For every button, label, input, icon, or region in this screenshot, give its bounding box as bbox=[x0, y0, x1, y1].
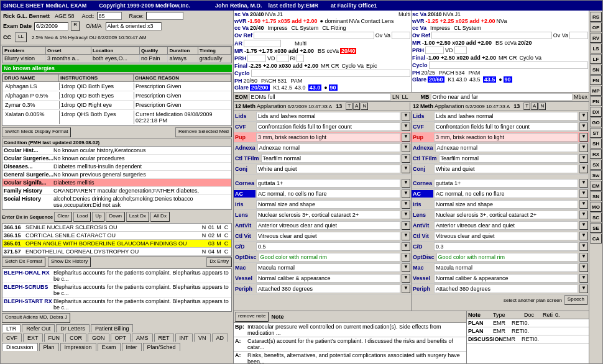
tab-dr-letters[interactable]: Dr Letters bbox=[56, 324, 90, 332]
remove-note-btn[interactable]: remove note bbox=[235, 312, 269, 322]
finding-lens-val-l[interactable]: Nuclear sclerosis 3+, cortical cataract … bbox=[434, 211, 578, 219]
finding-iris-val-l[interactable]: Normal size and shape bbox=[434, 200, 578, 209]
finding-tfilm-btn-r[interactable]: ▼ bbox=[402, 154, 410, 163]
eom-field[interactable]: EOMs full bbox=[249, 93, 391, 101]
tab-refer-out[interactable]: Refer Out bbox=[22, 324, 55, 332]
tab-inter[interactable]: Inter bbox=[122, 343, 142, 351]
finding-mac-val-r[interactable]: Macula normal bbox=[256, 263, 400, 272]
ov-ref-field-r[interactable] bbox=[254, 32, 374, 39]
side-btn-mp[interactable]: MP bbox=[590, 86, 602, 96]
finding-mac-val-l[interactable]: Macula normal bbox=[434, 263, 578, 272]
cyclo-field-l[interactable] bbox=[429, 61, 588, 69]
finding-vessel-btn-l[interactable]: ▼ bbox=[579, 274, 588, 283]
finding-lens-btn-l[interactable]: ▼ bbox=[579, 211, 588, 219]
finding-adnexa-val-l[interactable]: Adnexae normal bbox=[435, 143, 578, 152]
finding-cornea-val-l[interactable]: guttata 1+ bbox=[434, 179, 578, 188]
exam-date-field[interactable]: 6/2/2009 bbox=[34, 22, 68, 30]
tab-plan[interactable]: Plan bbox=[39, 343, 59, 351]
finding-cd-val-l[interactable]: 0.3 bbox=[434, 242, 578, 251]
finding-lids-btn-r[interactable]: ▼ bbox=[402, 112, 410, 121]
side-btn-sx[interactable]: SX bbox=[590, 160, 602, 170]
finding-tfilm-btn-l[interactable]: ▼ bbox=[579, 154, 588, 163]
finding-vessel-btn-r[interactable]: ▼ bbox=[402, 274, 410, 283]
cyclo-field-r[interactable] bbox=[251, 70, 410, 77]
oma-field[interactable]: Alert & oriented x3 bbox=[106, 22, 162, 30]
finding-lids-btn-l[interactable]: ▼ bbox=[579, 112, 588, 121]
side-btn-rs[interactable]: RS bbox=[590, 12, 602, 22]
side-btn-fn[interactable]: FN bbox=[590, 75, 602, 85]
side-btn-dx[interactable]: DX bbox=[590, 107, 602, 117]
tab-cor[interactable]: COR bbox=[65, 334, 86, 342]
finding-conj-btn-l[interactable]: ▼ bbox=[579, 165, 588, 173]
finding-cd-btn-r[interactable]: ▼ bbox=[402, 242, 410, 251]
finding-lids-val-r[interactable]: Lids and lashes normal bbox=[256, 112, 400, 121]
ov-va-field-l[interactable] bbox=[569, 32, 588, 39]
side-btn-sn2[interactable]: SN bbox=[590, 191, 602, 201]
iop-a-btn-r[interactable]: A bbox=[353, 102, 360, 110]
tab-int[interactable]: INT bbox=[175, 334, 193, 342]
finding-cornea-btn-r[interactable]: ▼ bbox=[402, 179, 410, 188]
finding-conj-btn-r[interactable]: ▼ bbox=[402, 165, 410, 173]
side-btn-se[interactable]: SE bbox=[590, 223, 602, 233]
iop-t-btn-r[interactable]: T bbox=[346, 102, 352, 110]
tab-plan-sched[interactable]: Plan/Sched bbox=[143, 343, 180, 351]
finding-vit-btn-r[interactable]: ▼ bbox=[402, 232, 410, 240]
finding-vit-val-l[interactable]: Vitreous clear and quiet bbox=[434, 232, 578, 240]
side-btn-rx[interactable]: RX bbox=[590, 149, 602, 159]
clear-btn[interactable]: Clear bbox=[54, 212, 72, 222]
ar-field-r[interactable] bbox=[244, 40, 281, 47]
side-btn-st[interactable]: ST bbox=[590, 128, 602, 138]
side-btn-sh[interactable]: SH bbox=[590, 139, 602, 148]
cc-ll-btn[interactable]: LL bbox=[15, 32, 27, 42]
finding-antvit-btn-l[interactable]: ▼ bbox=[579, 221, 588, 230]
consult-btn[interactable]: Consult Adkins MD, Debra J bbox=[2, 313, 70, 323]
finding-vit-val-r[interactable]: Vitreous clear and quiet bbox=[256, 232, 400, 240]
sketch-dx-btn[interactable]: Setch Dx Format bbox=[2, 257, 45, 267]
load-btn[interactable]: Load bbox=[73, 212, 91, 222]
remove-med-btn[interactable]: Remove Selected Med bbox=[175, 127, 232, 137]
prh-field-l[interactable] bbox=[425, 47, 444, 54]
finding-pup-val-r[interactable]: 3 mm, brisk reaction to light bbox=[256, 133, 400, 142]
finding-cd-btn-l[interactable]: ▼ bbox=[579, 242, 588, 251]
finding-iris-btn-l[interactable]: ▼ bbox=[579, 200, 588, 209]
finding-adnexa-val-r[interactable]: Adnexae normal bbox=[257, 143, 400, 152]
finding-vessel-val-l[interactable]: Normal caliber & appearance bbox=[434, 274, 578, 283]
tab-discussion[interactable]: Discussion bbox=[2, 343, 38, 351]
finding-lids-val-l[interactable]: Lids and lashes normal bbox=[434, 112, 578, 121]
finding-periph-btn-r[interactable]: ▼ bbox=[402, 284, 410, 293]
side-btn-em[interactable]: EM bbox=[590, 181, 602, 191]
finding-conj-val-r[interactable]: White and quiet bbox=[256, 165, 400, 173]
finding-periph-val-l[interactable]: Attached 360 degrees bbox=[434, 284, 578, 293]
side-btn-ls[interactable]: LS bbox=[590, 43, 602, 53]
iop-n-btn-r[interactable]: N bbox=[361, 102, 368, 110]
side-btn-lf[interactable]: LF bbox=[590, 54, 602, 64]
finding-mac-btn-r[interactable]: ▼ bbox=[402, 263, 410, 272]
switch-meds-btn[interactable]: Switch Meds Display Format bbox=[2, 127, 71, 137]
tab-gon[interactable]: GON bbox=[88, 334, 109, 342]
finding-iris-btn-r[interactable]: ▼ bbox=[402, 200, 410, 209]
tab-vn[interactable]: VN bbox=[194, 334, 211, 342]
finding-cvf-btn-r[interactable]: ▼ bbox=[402, 122, 410, 131]
side-btn-op[interactable]: OP bbox=[590, 22, 602, 32]
finding-cvf-val-l[interactable]: Confrontation fields full to finger coun… bbox=[434, 122, 578, 131]
finding-cornea-btn-l[interactable]: ▼ bbox=[579, 179, 588, 188]
side-btn-pn[interactable]: PN bbox=[590, 96, 602, 106]
vd-field-l[interactable] bbox=[454, 47, 467, 54]
down-btn[interactable]: Down bbox=[106, 212, 124, 222]
finding-cvf-val-r[interactable]: Confrontation fields full to finger coun… bbox=[256, 122, 400, 131]
acct-field[interactable]: 85 bbox=[97, 12, 122, 20]
tab-opt[interactable]: OPT bbox=[111, 334, 131, 342]
finding-optdisc-val-l[interactable]: Good color with normal rim bbox=[436, 253, 578, 262]
show-dx-history-btn[interactable]: Show Dx History bbox=[48, 257, 91, 267]
tab-impression[interactable]: Impression bbox=[60, 343, 96, 351]
finding-conj-val-l[interactable]: White and quiet bbox=[434, 165, 578, 173]
finding-ac-val-r[interactable]: AC normal, no cells no flare bbox=[256, 189, 400, 198]
finding-adnexa-btn-l[interactable]: ▼ bbox=[579, 143, 588, 152]
tab-ams[interactable]: AMS bbox=[132, 334, 153, 342]
race-field[interactable] bbox=[146, 12, 183, 20]
ov-ref-field-l[interactable] bbox=[431, 32, 552, 39]
ri-field-r[interactable] bbox=[297, 55, 304, 62]
finding-ac-btn-l[interactable]: ▼ bbox=[579, 189, 588, 198]
finding-optdisc-val-r[interactable]: Good color with normal rim bbox=[259, 253, 400, 262]
tab-cvf[interactable]: CVF bbox=[2, 334, 22, 342]
